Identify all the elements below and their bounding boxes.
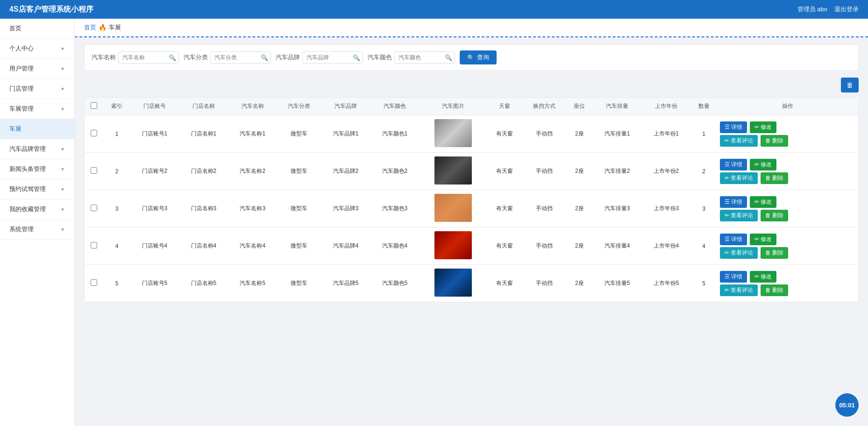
detail-button[interactable]: ☰ 详情 — [720, 234, 747, 245]
row-operations: ☰ 详情 ✏ 修改 ✏ 查看评论 — [717, 190, 858, 227]
header-displacement: 汽车排量 — [593, 98, 642, 115]
query-label: 查询 — [477, 53, 489, 62]
header-year: 上市年份 — [641, 98, 690, 115]
sidebar-item-label: 门店管理 — [9, 85, 34, 93]
header-store-name: 门店名称 — [179, 98, 228, 115]
row-transmission: 手动挡 — [522, 227, 566, 265]
edit-button[interactable]: ✏ 修改 — [750, 271, 776, 283]
row-store-account: 门店账号5 — [130, 265, 179, 302]
sidebar-item-news-mgmt[interactable]: 新闻头条管理 ▼ — [0, 159, 74, 179]
car-category-label: 汽车分类 — [184, 53, 208, 62]
car-brand-search-icon[interactable]: 🔍 — [353, 54, 360, 61]
sidebar-item-favorites-mgmt[interactable]: 我的收藏管理 ▼ — [0, 199, 74, 220]
comment-icon: ✏ — [725, 249, 729, 256]
timer-badge: 05:01 — [835, 393, 859, 417]
comment-button[interactable]: ✏ 查看评论 — [720, 284, 758, 296]
comment-button[interactable]: ✏ 查看评论 — [720, 172, 758, 184]
edit-icon: ✏ — [754, 199, 759, 205]
car-category-input-wrap: 🔍 — [210, 51, 271, 64]
search-field-car-color: 汽车颜色 🔍 — [368, 51, 455, 64]
delete-button[interactable]: 🗑 删除 — [761, 284, 788, 296]
detail-button[interactable]: ☰ 详情 — [720, 159, 747, 170]
row-checkbox — [85, 190, 104, 227]
header-car-image: 汽车图片 — [419, 98, 487, 115]
query-button[interactable]: 🔍 查询 — [460, 50, 497, 64]
edit-button[interactable]: ✏ 修改 — [750, 121, 776, 133]
detail-icon: ☰ — [725, 124, 730, 130]
row-select-checkbox[interactable] — [91, 167, 97, 174]
row-brand: 汽车品牌2 — [321, 153, 370, 190]
header-car-name: 汽车名称 — [228, 98, 277, 115]
car-color-search-icon[interactable]: 🔍 — [445, 54, 452, 61]
comment-button[interactable]: ✏ 查看评论 — [720, 210, 758, 221]
row-index: 1 — [104, 115, 130, 153]
content-area: 汽车名称 🔍 汽车分类 🔍 汽车品牌 — [75, 37, 868, 309]
row-color: 汽车颜色4 — [370, 227, 419, 265]
row-store-account: 门店账号4 — [130, 227, 179, 265]
row-store-name: 门店名称3 — [179, 190, 228, 227]
sidebar-item-car-show[interactable]: 车展 — [0, 119, 74, 139]
sidebar-item-store-mgmt[interactable]: 门店管理 ▼ — [0, 79, 74, 99]
operation-buttons: ☰ 详情 ✏ 修改 ✏ 查看评论 — [720, 234, 855, 259]
batch-delete-button[interactable]: 🗑 — [841, 78, 859, 92]
detail-button[interactable]: ☰ 详情 — [720, 121, 747, 133]
row-brand: 汽车品牌5 — [321, 265, 370, 302]
row-select-checkbox[interactable] — [91, 279, 97, 286]
row-checkbox — [85, 153, 104, 190]
car-name-search-icon[interactable]: 🔍 — [169, 54, 176, 61]
detail-icon: ☰ — [725, 236, 730, 242]
search-bar: 汽车名称 🔍 汽车分类 🔍 汽车品牌 — [84, 44, 859, 71]
row-quantity: 1 — [690, 115, 717, 153]
delete-icon: 🗑 — [765, 137, 771, 144]
edit-icon: ✏ — [754, 273, 759, 280]
row-select-checkbox[interactable] — [91, 205, 97, 211]
comment-button[interactable]: ✏ 查看评论 — [720, 247, 758, 259]
operation-buttons: ☰ 详情 ✏ 修改 ✏ 查看评论 — [720, 271, 855, 296]
detail-button[interactable]: ☰ 详情 — [720, 196, 747, 208]
car-image — [434, 194, 472, 222]
sidebar-item-test-drive-mgmt[interactable]: 预约试驾管理 ▼ — [0, 179, 74, 199]
row-operations: ☰ 详情 ✏ 修改 ✏ 查看评论 — [717, 115, 858, 153]
breadcrumb-home[interactable]: 首页 — [84, 23, 96, 32]
row-store-account: 门店账号1 — [130, 115, 179, 153]
row-select-checkbox[interactable] — [91, 242, 97, 248]
sidebar-item-brand-mgmt[interactable]: 汽车品牌管理 ▼ — [0, 139, 74, 159]
sidebar-item-system-mgmt[interactable]: 系统管理 ▼ — [0, 220, 74, 240]
logout-link[interactable]: 退出登录 — [834, 5, 859, 14]
delete-button[interactable]: 🗑 删除 — [761, 172, 788, 184]
select-all-checkbox[interactable] — [91, 102, 97, 109]
row-store-name: 门店名称5 — [179, 265, 228, 302]
delete-button[interactable]: 🗑 删除 — [761, 247, 788, 259]
sidebar-item-user-mgmt[interactable]: 用户管理 ▼ — [0, 59, 74, 79]
row-index: 3 — [104, 190, 130, 227]
sidebar-item-car-show-mgmt[interactable]: 车展管理 ▼ — [0, 99, 74, 119]
row-operations: ☰ 详情 ✏ 修改 ✏ 查看评论 — [717, 265, 858, 302]
row-image — [419, 115, 487, 153]
row-checkbox — [85, 265, 104, 302]
operation-buttons: ☰ 详情 ✏ 修改 ✏ 查看评论 — [720, 196, 855, 221]
comment-button[interactable]: ✏ 查看评论 — [720, 135, 758, 147]
op-row-top: ☰ 详情 ✏ 修改 — [720, 234, 776, 245]
row-seats: 2座 — [566, 115, 593, 153]
sidebar-item-profile[interactable]: 个人中心 ▼ — [0, 39, 74, 59]
delete-button[interactable]: 🗑 删除 — [761, 135, 788, 147]
detail-button[interactable]: ☰ 详情 — [720, 271, 747, 283]
car-brand-label: 汽车品牌 — [276, 53, 300, 62]
edit-icon: ✏ — [754, 236, 759, 242]
edit-button[interactable]: ✏ 修改 — [750, 159, 776, 170]
sidebar-item-label: 预约试驾管理 — [9, 185, 46, 193]
row-year: 上市年份1 — [641, 115, 690, 153]
row-store-account: 门店账号2 — [130, 153, 179, 190]
row-car-name: 汽车名称5 — [228, 265, 277, 302]
row-checkbox — [85, 227, 104, 265]
edit-button[interactable]: ✏ 修改 — [750, 234, 776, 245]
car-category-search-icon[interactable]: 🔍 — [261, 54, 268, 61]
car-name-label: 汽车名称 — [92, 53, 116, 62]
row-select-checkbox[interactable] — [91, 130, 97, 136]
sidebar-item-home[interactable]: 首页 — [0, 19, 74, 39]
row-displacement: 汽车排量1 — [593, 115, 642, 153]
delete-button[interactable]: 🗑 删除 — [761, 210, 788, 221]
edit-button[interactable]: ✏ 修改 — [750, 196, 776, 208]
chevron-icon: ▼ — [60, 207, 65, 212]
row-year: 上市年份5 — [641, 265, 690, 302]
